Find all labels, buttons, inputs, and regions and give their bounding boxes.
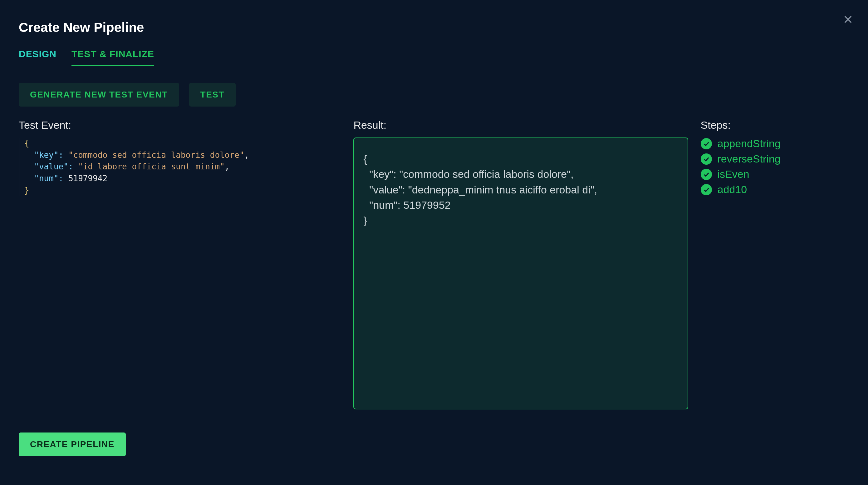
page-title: Create New Pipeline [19, 20, 849, 35]
generate-test-event-button[interactable]: GENERATE NEW TEST EVENT [19, 83, 179, 107]
close-icon [843, 15, 853, 24]
tab-design[interactable]: DESIGN [19, 49, 57, 66]
step-item: reverseString [701, 153, 849, 165]
check-icon [701, 138, 712, 149]
tab-test-finalize[interactable]: TEST & FINALIZE [71, 49, 154, 66]
tab-bar: DESIGN TEST & FINALIZE [19, 49, 849, 66]
check-icon [701, 169, 712, 180]
steps-label: Steps: [701, 119, 849, 131]
steps-list: appendString reverseString isEven [701, 138, 849, 196]
action-row: GENERATE NEW TEST EVENT TEST [19, 83, 849, 107]
step-item: isEven [701, 168, 849, 180]
step-name: add10 [718, 183, 747, 196]
close-button[interactable] [840, 12, 856, 27]
check-icon [701, 153, 712, 165]
step-item: add10 [701, 183, 849, 196]
check-icon [701, 184, 712, 195]
result-output: { "key": "commodo sed officia laboris do… [353, 138, 688, 409]
test-event-code: { "key": "commodo sed officia laboris do… [19, 138, 341, 196]
step-name: appendString [718, 138, 781, 150]
create-pipeline-button[interactable]: CREATE PIPELINE [19, 432, 126, 456]
test-event-label: Test Event: [19, 119, 341, 131]
step-name: isEven [718, 168, 749, 180]
step-name: reverseString [718, 153, 781, 165]
result-label: Result: [353, 119, 688, 131]
step-item: appendString [701, 138, 849, 150]
test-button[interactable]: TEST [189, 83, 236, 107]
